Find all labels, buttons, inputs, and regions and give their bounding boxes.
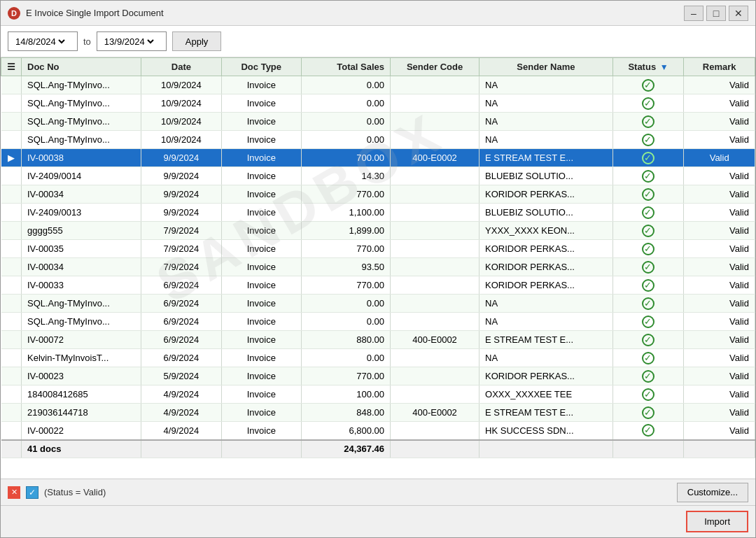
- cell-sendercode: [391, 258, 479, 276]
- table-row[interactable]: Kelvin-TMyInvoisT...6/9/2024Invoice0.00N…: [1, 349, 755, 367]
- date-to-select[interactable]: 13/9/2024: [97, 31, 167, 51]
- cell-status: ✓: [612, 240, 684, 258]
- footer-cell: 24,367.46: [301, 440, 390, 458]
- cell-status: ✓: [612, 385, 684, 404]
- cell-sendercode: [391, 276, 479, 295]
- cell-remark: Valid: [684, 367, 755, 385]
- cell-date: 4/9/2024: [141, 422, 221, 440]
- cell-sendername: KORIDOR PERKAS...: [479, 367, 613, 385]
- filter-icon: ▼: [660, 62, 668, 72]
- title-bar-left: D E Invoice Single Import Document: [8, 7, 164, 20]
- cell-sendername: KORIDOR PERKAS...: [479, 240, 613, 258]
- table-row[interactable]: ▶IV-000389/9/2024Invoice700.00400-E0002E…: [1, 149, 755, 167]
- cell-date: 4/9/2024: [141, 404, 221, 422]
- row-indicator: [1, 276, 22, 295]
- cell-doctype: Invoice: [221, 94, 301, 113]
- cell-remark: Valid: [684, 131, 755, 149]
- table-row[interactable]: IV-000235/9/2024Invoice770.00KORIDOR PER…: [1, 367, 755, 385]
- row-indicator: [1, 222, 22, 240]
- cell-date: 10/9/2024: [141, 94, 221, 113]
- row-indicator: [1, 113, 22, 131]
- customize-button[interactable]: Customize...: [677, 483, 748, 502]
- cell-sendername: E STREAM TEST E...: [479, 149, 613, 167]
- status-bar: ✕ ✓ (Status = Valid) Customize...: [1, 479, 755, 505]
- cell-date: 9/9/2024: [141, 149, 221, 167]
- table-row[interactable]: SQL.Ang-TMyInvo...6/9/2024Invoice0.00NA✓…: [1, 313, 755, 331]
- apply-button[interactable]: Apply: [172, 31, 222, 51]
- title-bar: D E Invoice Single Import Document – □ ✕: [1, 1, 755, 26]
- cell-sendername: NA: [479, 113, 613, 131]
- table-row[interactable]: 2190361447184/9/2024Invoice848.00400-E00…: [1, 404, 755, 422]
- cell-totalsales: 0.00: [301, 349, 390, 367]
- cell-doctype: Invoice: [221, 331, 301, 349]
- cell-totalsales: 700.00: [301, 149, 390, 167]
- cell-docno: SQL.Ang-TMyInvo...: [22, 76, 141, 94]
- cell-sendername: BLUEBIZ SOLUTIO...: [479, 204, 613, 222]
- table-footer-row: 41 docs24,367.46: [1, 440, 755, 458]
- cell-sendername: E STREAM TEST E...: [479, 404, 613, 422]
- cell-docno: IV-00035: [22, 240, 141, 258]
- table-row[interactable]: IV-000726/9/2024Invoice880.00400-E0002E …: [1, 331, 755, 349]
- filter-check[interactable]: ✓: [26, 486, 38, 499]
- row-indicator: ▶: [1, 149, 22, 167]
- minimize-button[interactable]: –: [684, 6, 704, 21]
- cell-remark: Valid: [684, 167, 755, 185]
- cell-status: ✓: [612, 222, 684, 240]
- cell-sendercode: [391, 422, 479, 440]
- table-row[interactable]: IV-000357/9/2024Invoice770.00KORIDOR PER…: [1, 240, 755, 258]
- import-button[interactable]: Import: [686, 511, 748, 532]
- cell-totalsales: 770.00: [301, 240, 390, 258]
- cell-sendername: NA: [479, 295, 613, 313]
- cell-totalsales: 0.00: [301, 113, 390, 131]
- cell-docno: IV-00023: [22, 367, 141, 385]
- cell-status: ✓: [612, 76, 684, 94]
- cell-sendercode: 400-E0002: [391, 404, 479, 422]
- row-indicator: [1, 240, 22, 258]
- cell-remark: Valid: [684, 240, 755, 258]
- cell-date: 6/9/2024: [141, 276, 221, 295]
- cell-sendername: NA: [479, 76, 613, 94]
- cell-date: 6/9/2024: [141, 331, 221, 349]
- date-to-input[interactable]: 13/9/2024: [102, 36, 156, 48]
- table-row[interactable]: gggg5557/9/2024Invoice1,899.00YXXX_XXXX …: [1, 222, 755, 240]
- cell-date: 7/9/2024: [141, 222, 221, 240]
- footer-cell: 41 docs: [22, 440, 141, 458]
- table-row[interactable]: IV-000224/9/2024Invoice6,800.00HK SUCCES…: [1, 422, 755, 440]
- date-from-select[interactable]: 14/8/2024: [8, 31, 78, 51]
- close-button[interactable]: ✕: [729, 6, 748, 21]
- table-row[interactable]: 1840084126854/9/2024Invoice100.00OXXX_XX…: [1, 385, 755, 404]
- cell-sendercode: [391, 131, 479, 149]
- cell-status: ✓: [612, 367, 684, 385]
- table-row[interactable]: SQL.Ang-TMyInvo...10/9/2024Invoice0.00NA…: [1, 76, 755, 94]
- cell-totalsales: 848.00: [301, 404, 390, 422]
- maximize-button[interactable]: □: [706, 6, 726, 21]
- date-from-input[interactable]: 14/8/2024: [13, 36, 67, 48]
- cell-status: ✓: [612, 131, 684, 149]
- table-row[interactable]: SQL.Ang-TMyInvo...6/9/2024Invoice0.00NA✓…: [1, 295, 755, 313]
- footer-cell: [612, 440, 684, 458]
- table-row[interactable]: IV-2409/00139/9/2024Invoice1,100.00BLUEB…: [1, 204, 755, 222]
- cell-docno: SQL.Ang-TMyInvo...: [22, 131, 141, 149]
- table-row[interactable]: SQL.Ang-TMyInvo...10/9/2024Invoice0.00NA…: [1, 94, 755, 113]
- cell-remark: Valid: [684, 349, 755, 367]
- table-container[interactable]: ☰ Doc No Date Doc Type Total Sales Sende…: [1, 57, 755, 479]
- cell-docno: gggg555: [22, 222, 141, 240]
- cell-date: 6/9/2024: [141, 295, 221, 313]
- table-body: SQL.Ang-TMyInvo...10/9/2024Invoice0.00NA…: [1, 76, 755, 458]
- row-indicator: [1, 404, 22, 422]
- cell-date: 10/9/2024: [141, 113, 221, 131]
- cell-date: 6/9/2024: [141, 313, 221, 331]
- table-row[interactable]: SQL.Ang-TMyInvo...10/9/2024Invoice0.00NA…: [1, 131, 755, 149]
- table-row[interactable]: IV-000336/9/2024Invoice770.00KORIDOR PER…: [1, 276, 755, 295]
- table-row[interactable]: IV-000349/9/2024Invoice770.00KORIDOR PER…: [1, 185, 755, 204]
- cell-sendercode: 400-E0002: [391, 331, 479, 349]
- cell-doctype: Invoice: [221, 367, 301, 385]
- table-row[interactable]: IV-000347/9/2024Invoice93.50KORIDOR PERK…: [1, 258, 755, 276]
- cell-sendername: NA: [479, 349, 613, 367]
- table-row[interactable]: SQL.Ang-TMyInvo...10/9/2024Invoice0.00NA…: [1, 113, 755, 131]
- clear-filter-button[interactable]: ✕: [8, 486, 20, 499]
- footer-cell: [1, 440, 22, 458]
- cell-remark: Valid: [684, 76, 755, 94]
- cell-doctype: Invoice: [221, 404, 301, 422]
- table-row[interactable]: IV-2409/00149/9/2024Invoice14.30BLUEBIZ …: [1, 167, 755, 185]
